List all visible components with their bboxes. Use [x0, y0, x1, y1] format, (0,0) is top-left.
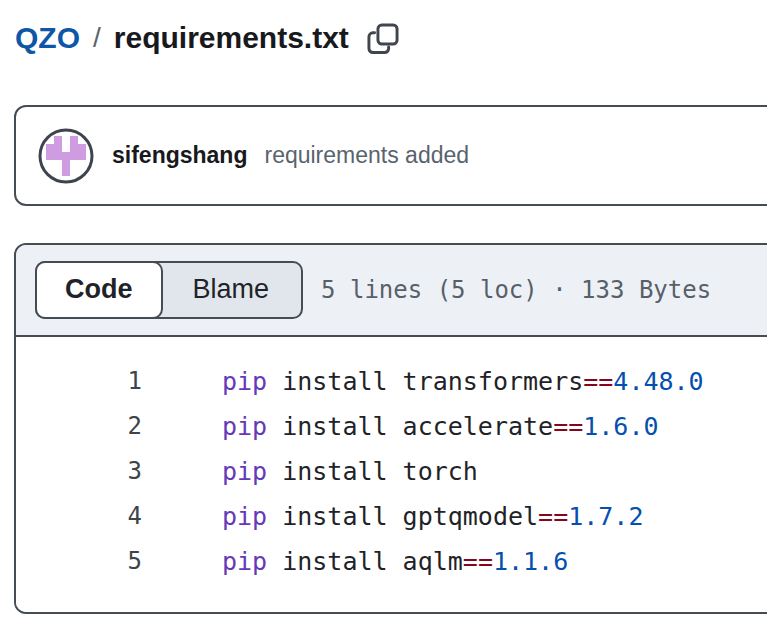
file-card: CodeBlame 5 lines (5 loc) · 133 Bytes 1p…: [14, 243, 767, 614]
commit-message: requirements added: [264, 142, 469, 169]
copy-icon: [365, 21, 401, 57]
code-line: 5pip install aqlm==1.1.6: [16, 539, 767, 584]
line-content: pip install torch: [222, 457, 478, 486]
breadcrumb-separator: /: [93, 22, 101, 54]
line-number[interactable]: 3: [16, 457, 142, 485]
breadcrumb: QZO / requirements.txt: [0, 0, 767, 60]
tab-blame[interactable]: Blame: [161, 263, 302, 317]
code-view: 1pip install transformers==4.48.02pip in…: [16, 337, 767, 612]
file-header: CodeBlame 5 lines (5 loc) · 133 Bytes: [16, 245, 767, 337]
commit-author-avatar[interactable]: [38, 128, 94, 184]
repo-link[interactable]: QZO: [15, 21, 80, 55]
line-content: pip install accelerate==1.6.0: [222, 412, 659, 441]
identicon-avatar: [38, 128, 94, 184]
file-name-title: requirements.txt: [114, 21, 349, 55]
view-switcher: CodeBlame: [35, 261, 303, 319]
code-line: 2pip install accelerate==1.6.0: [16, 404, 767, 449]
commit-card: sifengshang requirements added: [14, 105, 767, 206]
line-number[interactable]: 1: [16, 367, 142, 395]
code-line: 4pip install gptqmodel==1.7.2: [16, 494, 767, 539]
code-line: 1pip install transformers==4.48.0: [16, 359, 767, 404]
page-root: QZO / requirements.txt: [0, 0, 767, 614]
code-line: 3pip install torch: [16, 449, 767, 494]
line-number[interactable]: 5: [16, 547, 142, 575]
file-meta: 5 lines (5 loc) · 133 Bytes: [321, 276, 711, 304]
tab-code[interactable]: Code: [35, 261, 163, 319]
line-content: pip install aqlm==1.1.6: [222, 547, 568, 576]
line-number[interactable]: 4: [16, 502, 142, 530]
line-content: pip install transformers==4.48.0: [222, 367, 704, 396]
copy-file-name-button[interactable]: [365, 21, 401, 57]
commit-author-name[interactable]: sifengshang: [112, 142, 247, 169]
line-number[interactable]: 2: [16, 412, 142, 440]
line-content: pip install gptqmodel==1.7.2: [222, 502, 643, 531]
